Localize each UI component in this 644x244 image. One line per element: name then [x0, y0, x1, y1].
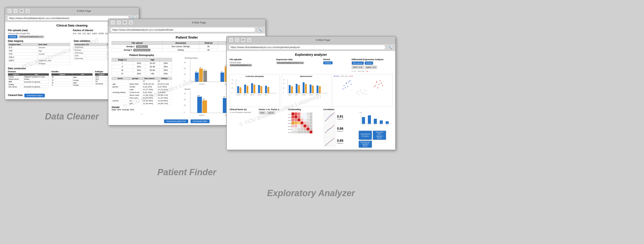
svg-text:50: 50 [283, 83, 284, 84]
svg-text:Sep 7: Sep 7 [264, 94, 267, 96]
svg-text:Smoking history: Smoking history [184, 57, 198, 59]
svg-rect-125 [294, 119, 297, 121]
group1-total: 30 [199, 45, 218, 48]
nav-forward[interactable]: → [13, 8, 18, 14]
svg-point-88 [361, 92, 362, 93]
window-title-patient: A Web Page [134, 21, 264, 24]
ea-factor-vs: Factor 1 vs. Factor 2 NGS qPCR [259, 108, 286, 148]
svg-point-106 [377, 87, 378, 88]
caption-cleaner: Data Cleaner [5, 112, 139, 122]
nav-refresh-p[interactable]: ⟳ [122, 20, 128, 25]
svg-text:Sep 7: Sep 7 [316, 94, 319, 96]
svg-text:20: 20 [196, 71, 197, 72]
ea-confounding: Confounding [288, 108, 322, 148]
svg-point-107 [380, 83, 382, 84]
svg-rect-114 [304, 112, 306, 115]
nav-home[interactable]: ⌂ [25, 8, 30, 14]
table-row: I25%10-2025% [112, 62, 172, 65]
svg-text:75: 75 [232, 79, 233, 81]
download-all-de-btn[interactable]: Download all DE genes [358, 131, 372, 140]
svg-text:factor I:: factor I: [288, 132, 292, 133]
svg-text:40: 40 [203, 99, 205, 100]
corr-val3: 0.85 [337, 139, 344, 142]
svg-text:factor A: factor A [288, 117, 292, 118]
svg-rect-77 [312, 86, 314, 93]
table-row: Never used11 (40.74%)16 (55.17%) [112, 94, 172, 97]
ea-dea-section: Differential Expression Analysis Non-can… [352, 58, 392, 72]
svg-rect-51 [258, 85, 260, 93]
svg-point-87 [360, 90, 361, 91]
dea-fdr-btn[interactable]: FDR < 0.01 [352, 66, 364, 69]
download-up-btn[interactable]: Download up-regulated genes [358, 141, 372, 148]
total-header: Total (n) [199, 41, 218, 45]
gender-table: Gender original new 男Male 女Female MMale … [51, 70, 92, 93]
caption-explorer: Exploratory Analyzer [226, 188, 396, 198]
pca-chart: PCA PC 1 PC 2 PC 3 PC 4 PC 5 [358, 108, 392, 129]
svg-rect-130 [310, 119, 312, 121]
download-patient-list-btn[interactable]: Download patient list [164, 119, 188, 123]
file-name: KidneyNHealthyMeta.csv [18, 35, 44, 38]
svg-point-95 [344, 85, 344, 86]
ea-weekly-btn[interactable]: Weekly [323, 61, 332, 64]
svg-rect-142 [304, 125, 306, 127]
svg-rect-72 [310, 85, 312, 93]
svg-text:30: 30 [204, 69, 206, 70]
nav-back-e[interactable]: ← [228, 38, 234, 43]
nav-back[interactable]: ← [7, 8, 12, 14]
table-row: alcoholno14 (51.85%)13 (44.83%) [112, 99, 172, 102]
svg-point-89 [364, 90, 365, 91]
search-btn-explorer[interactable]: 🔍 [386, 45, 393, 50]
ngs-btn[interactable]: NGS [259, 111, 266, 114]
titlebar-patient: ← → ⟳ ⌂ A Web Page [108, 19, 265, 26]
stage-table: Stage L1 Age I25%10-2025% II25%20-4025% … [112, 58, 172, 76]
table-row: 2729 [112, 80, 172, 83]
dea-group2-btn[interactable]: Kidney [364, 61, 373, 65]
svg-rect-150 [306, 128, 309, 130]
dea-log2-btn[interactable]: log2fo > 0.6 [364, 66, 377, 69]
nav-refresh[interactable]: ⟳ [19, 8, 24, 14]
table-row: 男Male [52, 76, 92, 79]
mapping-col: Data mapping Original label New label 疾名… [8, 40, 70, 66]
download-output-btn[interactable]: Download output [24, 94, 45, 97]
download-table-btn[interactable]: Download table [190, 119, 210, 123]
svg-rect-196 [362, 117, 365, 124]
svg-rect-151 [310, 128, 312, 130]
nav-forward-e[interactable]: → [234, 38, 240, 43]
svg-rect-53 [240, 87, 241, 93]
clinical-data-label: Clinical data (single file) [8, 32, 71, 35]
group2-total: 30 [199, 48, 218, 52]
svg-rect-112 [298, 112, 300, 115]
nav-refresh-e[interactable]: ⟳ [241, 38, 246, 43]
table-row: II25%20-4025% [112, 65, 172, 69]
svg-point-168 [326, 119, 327, 119]
address-bar-patient[interactable]: https://www.clinicaldataanalyzer-ycu.com… [110, 27, 256, 32]
svg-point-91 [358, 94, 360, 95]
volcano-legend: ■ Down ■ Not Sig. ■ Up [334, 75, 392, 77]
svg-text:0: 0 [283, 92, 284, 93]
svg-point-169 [328, 118, 328, 118]
patient2-label: Patient 2 [337, 130, 344, 132]
kidney-header: Kidney [157, 77, 172, 80]
ea-dea-label: Differential Expression Analysis [352, 58, 392, 61]
svg-rect-149 [304, 128, 306, 130]
svg-point-94 [346, 83, 347, 84]
svg-text:75: 75 [184, 62, 186, 64]
svg-rect-110 [292, 112, 294, 115]
download-down-btn[interactable]: Download down-regulated genes [373, 131, 386, 140]
svg-rect-153 [294, 131, 297, 133]
svg-point-97 [345, 87, 346, 88]
nav-forward-p[interactable]: → [116, 20, 121, 25]
table-row: male21 (77.78%)21 (72.41%) [112, 88, 172, 91]
nav-back-p[interactable]: ← [110, 20, 115, 25]
address-bar-explorer[interactable]: https://www.clinicaldataanalyzer-ycu.com… [228, 45, 386, 50]
dea-group1-btn[interactable]: Non-cancer [352, 61, 364, 65]
orig-col-header: Original label [8, 43, 38, 46]
nav-home-p[interactable]: ⌂ [128, 20, 134, 25]
svg-point-102 [376, 82, 377, 83]
nav-home-e[interactable]: ⌂ [247, 38, 252, 43]
search-btn-patient[interactable]: 🔍 [256, 27, 264, 32]
svg-text:25: 25 [283, 87, 284, 89]
qpcr-btn[interactable]: qPCR [267, 111, 275, 114]
conversion-col-header: Conversion rule [74, 43, 107, 46]
table-row: 性別Gender [8, 53, 70, 56]
